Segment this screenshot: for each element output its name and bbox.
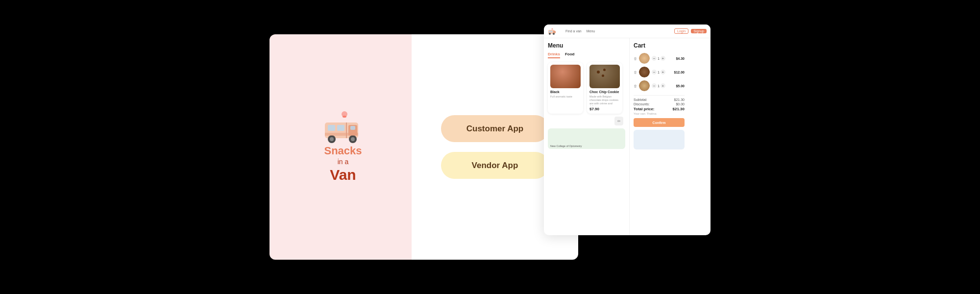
app-preview: Find a van Menu Login Signup Menu Drinks… [544, 24, 710, 235]
brand-ina: in a [324, 158, 362, 166]
brand-van: Van [324, 166, 362, 184]
menu-items: Black Full aromatic taste Choc Chip Cook… [548, 62, 625, 114]
cart-item-price: $12.00 [674, 71, 685, 74]
svg-point-11 [351, 137, 355, 141]
svg-rect-12 [325, 133, 358, 136]
vendor-app-button[interactable]: Vendor App [441, 152, 549, 179]
left-panel: Snacks in a Van [270, 34, 416, 260]
delete-icon[interactable]: 🗑 [634, 71, 637, 74]
menu-item-desc: Full aromatic taste [550, 95, 581, 98]
cart-item-image [639, 67, 650, 77]
total-row: Total price: $21.30 [634, 107, 685, 111]
brand-snacks: Snacks [324, 145, 362, 157]
subtotal-row: Subtotal: $21.30 [634, 98, 685, 101]
menu-item[interactable]: Black Full aromatic taste [548, 62, 583, 114]
svg-rect-4 [328, 125, 335, 131]
increase-qty-button[interactable]: + [661, 70, 665, 74]
svg-point-19 [552, 28, 553, 29]
svg-point-1 [343, 116, 346, 118]
delete-icon[interactable]: 🗑 [634, 57, 637, 60]
nav-links: Find a van Menu [565, 29, 669, 33]
logo: Snacks in a Van [321, 110, 365, 183]
delete-icon[interactable]: 🗑 [634, 84, 637, 88]
login-button[interactable]: Login [674, 28, 688, 34]
cart-item-quantity: − 1 + [652, 70, 672, 74]
discounts-label: Discounts: [634, 102, 650, 106]
cart-item-quantity: − 1 + [652, 83, 674, 88]
cart-summary: Subtotal: $21.30 Discounts: $0.00 Total … [634, 95, 685, 149]
van-illustration [321, 110, 365, 145]
cart-bottom-bg [634, 130, 685, 149]
discounts-value: $0.00 [676, 102, 685, 106]
cart-item-price: $4.30 [676, 57, 685, 60]
svg-rect-6 [350, 126, 355, 130]
menu-title: Menu [548, 42, 625, 49]
map-label: New College of Optometry [550, 145, 582, 147]
confirm-button[interactable]: Confirm [634, 118, 685, 127]
menu-item-desc: Made with Belgian chocolate drops cookie… [589, 95, 620, 106]
find-van-link[interactable]: Find a van [565, 29, 582, 33]
total-label: Total price: [634, 107, 655, 111]
app-body: Menu Drinks Food Black Full aromatic tas… [544, 38, 710, 235]
cart-item-image [639, 80, 650, 91]
cart-item: 🗑 − 1 + $5.00 [634, 80, 685, 91]
menu-link[interactable]: Menu [587, 29, 595, 33]
svg-point-15 [549, 33, 551, 35]
menu-item-image [589, 65, 620, 88]
subtotal-label: Subtotal: [634, 98, 647, 101]
svg-point-9 [330, 137, 334, 141]
app-navbar: Find a van Menu Login Signup [544, 24, 710, 38]
increase-qty-button[interactable]: + [661, 83, 665, 88]
discounts-row: Discounts: $0.00 [634, 102, 685, 106]
cart-item: 🗑 − 1 + $12.00 [634, 67, 685, 77]
signup-button[interactable]: Signup [691, 29, 707, 33]
customer-app-button[interactable]: Customer App [441, 115, 549, 142]
tab-drinks[interactable]: Drinks [548, 52, 560, 58]
cart-item: 🗑 − 1 + $4.30 [634, 53, 685, 64]
decrease-qty-button[interactable]: − [652, 70, 657, 74]
menu-tabs: Drinks Food [548, 52, 625, 58]
svg-rect-17 [549, 31, 550, 32]
menu-item[interactable]: Choc Chip Cookie Made with Belgian choco… [587, 62, 622, 114]
increase-qty-button[interactable]: + [661, 56, 665, 61]
edit-icon[interactable]: ✏ [614, 117, 623, 125]
cart-section: Cart 🗑 − 1 + $4.30 [630, 38, 688, 235]
cart-note: Your van: Thelma [634, 112, 685, 115]
cart-title: Cart [634, 42, 685, 49]
subtotal-value: $21.30 [674, 98, 685, 101]
decrease-qty-button[interactable]: − [652, 56, 657, 61]
menu-item-name: Choc Chip Cookie [589, 90, 620, 94]
menu-map: New College of Optometry [548, 128, 625, 149]
tab-food[interactable]: Food [565, 52, 575, 58]
cart-item-price: $5.00 [676, 84, 685, 88]
nav-logo [548, 28, 557, 35]
menu-item-price: $7.90 [589, 107, 620, 111]
cart-items: 🗑 − 1 + $4.30 🗑 [634, 53, 685, 91]
cart-item-quantity: − 1 + [652, 56, 674, 61]
brand-text: Snacks in a Van [324, 145, 362, 183]
menu-section: Menu Drinks Food Black Full aromatic tas… [544, 38, 630, 235]
nav-auth: Login Signup [674, 28, 707, 34]
svg-rect-18 [551, 31, 552, 32]
decrease-qty-button[interactable]: − [652, 83, 657, 88]
total-value: $21.30 [673, 107, 685, 111]
svg-rect-5 [337, 125, 344, 131]
menu-item-image [550, 65, 581, 88]
svg-point-16 [553, 33, 555, 35]
cart-item-image [639, 53, 650, 64]
menu-item-name: Black [550, 90, 581, 94]
